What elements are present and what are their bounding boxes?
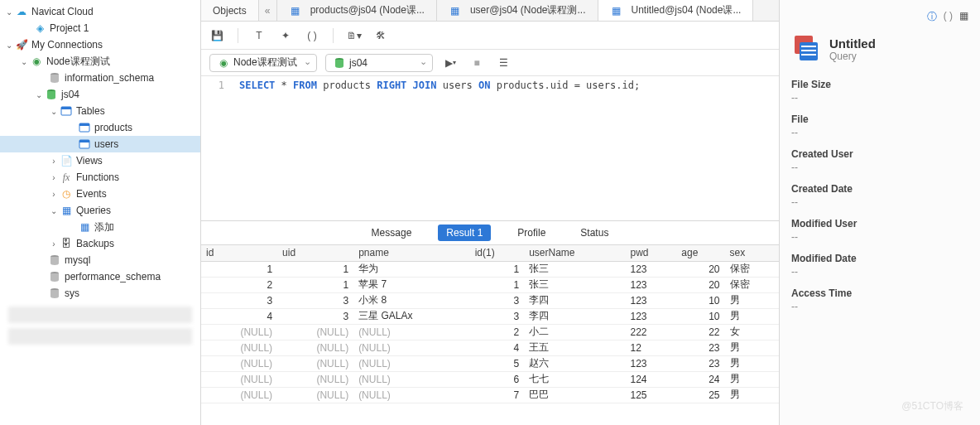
format-button[interactable]: T	[252, 28, 267, 43]
table-row[interactable]: (NULL)(NULL)(NULL)6七七12424男	[201, 371, 779, 387]
table-cell[interactable]: 2	[470, 324, 524, 340]
stop-button[interactable]: ■	[468, 56, 486, 70]
tree-my-connections[interactable]: ⌄🚀My Connections	[0, 36, 200, 53]
column-header[interactable]: uid	[277, 245, 353, 261]
table-cell[interactable]: 张三	[524, 261, 625, 277]
tab-profile[interactable]: Profile	[509, 225, 554, 241]
table-row[interactable]: 33小米 83李四12310男	[201, 292, 779, 308]
table-cell[interactable]: 1	[470, 277, 524, 292]
table-cell[interactable]: 李四	[524, 292, 625, 308]
table-cell[interactable]: 23	[676, 355, 724, 371]
tree-tables[interactable]: ⌄Tables	[0, 103, 200, 119]
tab-objects[interactable]: Objects	[201, 0, 259, 21]
sql-code[interactable]: SELECT * FROM products RIGHT JOIN users …	[231, 76, 640, 220]
chevron-down-icon[interactable]: ⌄	[18, 57, 30, 66]
column-header[interactable]: userName	[524, 245, 625, 261]
table-row[interactable]: 11华为1张三12320保密	[201, 261, 779, 277]
beautify-button[interactable]: ✦	[278, 28, 293, 43]
table-cell[interactable]: 女	[725, 324, 779, 340]
connection-dropdown[interactable]: ◉Node课程测试	[209, 54, 317, 72]
table-cell[interactable]: (NULL)	[353, 371, 470, 387]
chevron-down-icon[interactable]: ⌄	[3, 41, 15, 50]
table-cell[interactable]: 男	[725, 340, 779, 355]
table-cell[interactable]: 李四	[524, 308, 625, 324]
tree-table-users[interactable]: users	[0, 136, 200, 152]
table-cell[interactable]: 华为	[353, 261, 470, 277]
tab-status[interactable]: Status	[572, 225, 617, 241]
tab-scroll-left[interactable]: «	[259, 0, 277, 21]
table-cell[interactable]: (NULL)	[277, 371, 353, 387]
column-header[interactable]: id	[201, 245, 277, 261]
tree-project[interactable]: ◈Project 1	[0, 20, 200, 36]
table-cell[interactable]: 10	[676, 292, 724, 308]
column-header[interactable]: pwd	[626, 245, 677, 261]
table-cell[interactable]: 25	[676, 387, 724, 403]
table-cell[interactable]: 20	[676, 277, 724, 292]
table-row[interactable]: (NULL)(NULL)(NULL)7巴巴12525男	[201, 387, 779, 403]
run-button[interactable]: ▶▾	[441, 56, 459, 70]
table-cell[interactable]: 3	[470, 308, 524, 324]
table-cell[interactable]: (NULL)	[353, 340, 470, 355]
table-cell[interactable]: (NULL)	[201, 355, 277, 371]
table-cell[interactable]: 赵六	[524, 355, 625, 371]
column-header[interactable]: id(1)	[470, 245, 524, 261]
table-cell[interactable]: (NULL)	[277, 387, 353, 403]
table-cell[interactable]: 男	[725, 355, 779, 371]
info-icon[interactable]: ⓘ	[927, 10, 937, 24]
table-cell[interactable]: 124	[626, 371, 677, 387]
table-cell[interactable]: 123	[626, 261, 677, 277]
table-row[interactable]: (NULL)(NULL)(NULL)4王五1223男	[201, 340, 779, 355]
sql-editor[interactable]: 1 SELECT * FROM products RIGHT JOIN user…	[201, 76, 779, 220]
table-cell[interactable]: (NULL)	[353, 324, 470, 340]
table-cell[interactable]: 保密	[725, 277, 779, 292]
table-cell[interactable]: 24	[676, 371, 724, 387]
table-cell[interactable]: 6	[470, 371, 524, 387]
table-row[interactable]: 43三星 GALAx3李四12310男	[201, 308, 779, 324]
table-cell[interactable]: 4	[201, 308, 277, 324]
table-cell[interactable]: 3	[470, 292, 524, 308]
parentheses-button[interactable]: ( )	[305, 28, 319, 43]
tab-products-query[interactable]: ▦products@js04 (Node课...	[277, 0, 437, 21]
tree-db-sys[interactable]: sys	[0, 285, 200, 302]
column-header[interactable]: pname	[353, 245, 470, 261]
grid-view-icon[interactable]: ▦	[959, 10, 968, 24]
tree-views[interactable]: ›📄Views	[0, 152, 200, 169]
result-grid[interactable]: iduidpnameid(1)userNamepwdagesex 11华为1张三…	[201, 245, 779, 425]
tree-connection[interactable]: ⌄◉Node课程测试	[0, 53, 200, 70]
table-cell[interactable]: 2	[201, 277, 277, 292]
tab-user-query[interactable]: ▦user@js04 (Node课程测...	[437, 0, 598, 21]
column-header[interactable]: age	[676, 245, 724, 261]
explain-button[interactable]: ☰	[494, 56, 512, 70]
table-cell[interactable]: (NULL)	[277, 355, 353, 371]
table-cell[interactable]: 三星 GALAx	[353, 308, 470, 324]
chevron-right-icon[interactable]: ›	[48, 190, 60, 199]
tree-db-performance-schema[interactable]: performance_schema	[0, 268, 200, 285]
table-cell[interactable]: 1	[277, 277, 353, 292]
table-cell[interactable]: 10	[676, 308, 724, 324]
table-cell[interactable]: (NULL)	[201, 324, 277, 340]
export-button[interactable]: 🗎▾	[347, 28, 362, 43]
table-cell[interactable]: 123	[626, 308, 677, 324]
table-cell[interactable]: 4	[470, 340, 524, 355]
table-cell[interactable]: 男	[725, 371, 779, 387]
table-row[interactable]: (NULL)(NULL)(NULL)5赵六12323男	[201, 355, 779, 371]
table-cell[interactable]: (NULL)	[201, 387, 277, 403]
table-cell[interactable]: 男	[725, 292, 779, 308]
database-dropdown[interactable]: js04	[325, 54, 433, 72]
tree-query-add[interactable]: ▦添加	[0, 219, 200, 235]
tree-db-mysql[interactable]: mysql	[0, 252, 200, 268]
tree-events[interactable]: ›◷Events	[0, 186, 200, 202]
save-button[interactable]: 💾	[209, 28, 224, 43]
chevron-right-icon[interactable]: ›	[48, 239, 60, 249]
table-cell[interactable]: 保密	[725, 261, 779, 277]
tree-table-products[interactable]: products	[0, 119, 200, 136]
table-cell[interactable]: 3	[277, 292, 353, 308]
tab-message[interactable]: Message	[363, 225, 420, 241]
tree-db-information-schema[interactable]: information_schema	[0, 70, 200, 86]
chevron-down-icon[interactable]: ⌄	[3, 7, 15, 17]
table-cell[interactable]: (NULL)	[353, 387, 470, 403]
table-cell[interactable]: 3	[201, 292, 277, 308]
table-cell[interactable]: 3	[277, 308, 353, 324]
table-cell[interactable]: 12	[626, 340, 677, 355]
tree-backups[interactable]: ›🗄Backups	[0, 235, 200, 252]
